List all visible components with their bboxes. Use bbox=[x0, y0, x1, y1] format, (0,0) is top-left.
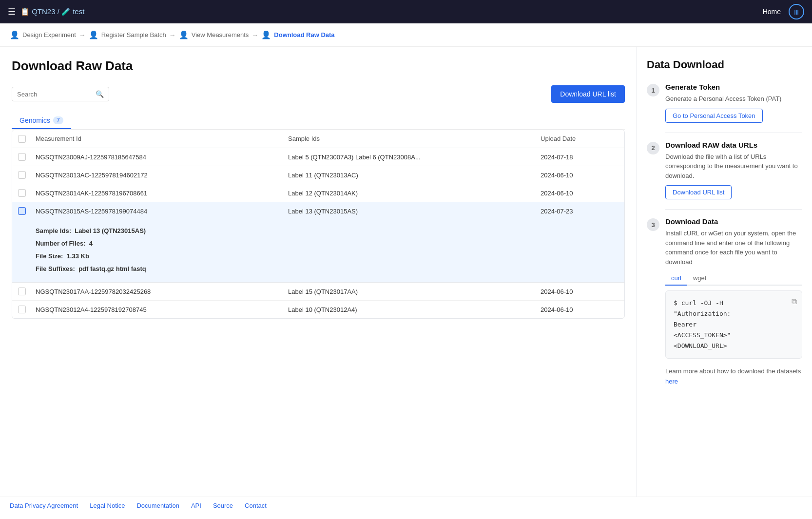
search-icon: 🔍 bbox=[96, 90, 104, 98]
hamburger-icon[interactable]: ☰ bbox=[8, 6, 16, 17]
main-container: Download Raw Data 🔍 Download URL list Ge… bbox=[0, 47, 812, 497]
search-box[interactable]: 🔍 bbox=[12, 87, 109, 101]
user-icon-4: 👤 bbox=[261, 30, 271, 39]
footer-link-api[interactable]: API bbox=[191, 502, 201, 509]
row4-measurement-id: NGSQTN23015AS-1225978199074484 bbox=[36, 208, 288, 215]
col-checkbox bbox=[18, 135, 36, 143]
download-url-list-button[interactable]: Download URL list bbox=[551, 85, 625, 103]
breadcrumb: 👤 Design Experiment → 👤 Register Sample … bbox=[0, 23, 812, 47]
select-all-checkbox[interactable] bbox=[18, 135, 26, 143]
row5-upload-date: 2024-06-10 bbox=[541, 288, 619, 295]
breadcrumb-design[interactable]: 👤 Design Experiment bbox=[10, 30, 76, 39]
detail-num-files-value: 4 bbox=[89, 240, 93, 247]
table-row[interactable]: NGSQTN23009AJ-1225978185647584 Label 5 (… bbox=[12, 148, 624, 166]
step2-number: 2 bbox=[647, 142, 659, 154]
row5-sample-ids: Label 15 (QTN23017AA) bbox=[288, 288, 541, 295]
step1-content: Generate Token Generate a Personal Acces… bbox=[665, 83, 802, 123]
row4-expanded-detail: Sample Ids: Label 13 (QTN23015AS) Number… bbox=[12, 220, 624, 283]
step3-content: Download Data Install cURL or wGet on yo… bbox=[665, 217, 802, 387]
topnav: ☰ 📋 QTN23 / 🧪 test Home ||| bbox=[0, 0, 812, 23]
breadcrumb-view[interactable]: 👤 View Measurements bbox=[179, 30, 249, 39]
table-header: Measurement Id Sample Ids Upload Date bbox=[12, 130, 624, 148]
learn-more-text: Learn more about how to download the dat… bbox=[665, 367, 801, 375]
row3-measurement-id: NGSQTN23014AK-1225978196708661 bbox=[36, 190, 288, 197]
breadcrumb-design-label: Design Experiment bbox=[22, 31, 76, 38]
breadcrumb-register[interactable]: 👤 Register Sample Batch bbox=[89, 30, 166, 39]
code-tab-wget[interactable]: wget bbox=[687, 271, 712, 286]
learn-more-link[interactable]: here bbox=[665, 378, 678, 385]
detail-file-suffixes-label: File Suffixes: bbox=[36, 265, 75, 272]
row6-measurement-id: NGSQTN23012A4-1225978192708745 bbox=[36, 306, 288, 313]
code-tabs: curl wget bbox=[665, 271, 802, 286]
table-row[interactable]: NGSQTN23013AC-1225978194602172 Label 11 … bbox=[12, 166, 624, 184]
download-url-list-button-2[interactable]: Download URL list bbox=[665, 185, 732, 199]
step3: 3 Download Data Install cURL or wGet on … bbox=[647, 217, 802, 387]
row5-checkbox[interactable] bbox=[18, 288, 36, 295]
footer-link-contact[interactable]: Contact bbox=[245, 502, 267, 509]
tab-genomics[interactable]: Genomics 7 bbox=[12, 113, 71, 129]
table-row-expanded[interactable]: NGSQTN23015AS-1225978199074484 Label 13 … bbox=[12, 202, 624, 220]
footer-link-privacy[interactable]: Data Privacy Agreement bbox=[10, 502, 78, 509]
user-icon: 👤 bbox=[10, 30, 19, 39]
detail-file-size-label: File Size: bbox=[36, 252, 63, 260]
step2: 2 Download RAW data URLs Download the fi… bbox=[647, 141, 802, 200]
step3-number: 3 bbox=[647, 218, 659, 231]
row1-upload-date: 2024-07-18 bbox=[541, 154, 619, 161]
go-to-pat-button[interactable]: Go to Personal Access Token bbox=[665, 109, 763, 123]
detail-num-files-label: Number of Files: bbox=[36, 240, 86, 247]
toolbar: 🔍 Download URL list bbox=[12, 85, 625, 103]
row4-checkbox[interactable] bbox=[18, 207, 36, 215]
breadcrumb-arrow-2: → bbox=[169, 31, 176, 39]
row2-checkbox[interactable] bbox=[18, 171, 36, 179]
table-row[interactable]: NGSQTN23017AA-12259782032425268 Label 15… bbox=[12, 283, 624, 301]
breadcrumb-download[interactable]: 👤 Download Raw Data bbox=[261, 30, 334, 39]
row4-sample-ids: Label 13 (QTN23015AS) bbox=[288, 208, 541, 215]
detail-sample-ids-label: Sample Ids: bbox=[36, 227, 71, 234]
copy-icon[interactable]: ⧉ bbox=[792, 296, 797, 309]
step2-content: Download RAW data URLs Download the file… bbox=[665, 141, 802, 200]
row6-checkbox[interactable] bbox=[18, 306, 36, 313]
code-block: ⧉ $ curl -OJ -H "Authorization: Bearer <… bbox=[665, 290, 802, 359]
user-avatar[interactable]: ||| bbox=[789, 4, 804, 19]
detail-sample-ids-value: Label 13 (QTN23015AS) bbox=[75, 227, 146, 234]
page-title: Download Raw Data bbox=[12, 58, 625, 74]
right-panel: Data Download 1 Generate Token Generate … bbox=[637, 47, 812, 497]
row4-upload-date: 2024-07-23 bbox=[541, 208, 619, 215]
step1-desc: Generate a Personal Access Token (PAT) bbox=[665, 94, 802, 104]
home-link[interactable]: Home bbox=[763, 8, 781, 16]
detail-file-suffixes-value: pdf fastq.gz html fastq bbox=[78, 265, 146, 272]
row3-sample-ids: Label 12 (QTN23014AK) bbox=[288, 190, 541, 197]
step2-divider bbox=[665, 209, 802, 210]
footer: Data Privacy Agreement Legal Notice Docu… bbox=[0, 497, 812, 514]
col-upload-date: Upload Date bbox=[541, 135, 619, 143]
left-panel: Download Raw Data 🔍 Download URL list Ge… bbox=[0, 47, 637, 497]
breadcrumb-arrow-3: → bbox=[251, 31, 258, 39]
row5-measurement-id: NGSQTN23017AA-12259782032425268 bbox=[36, 288, 288, 295]
breadcrumb-download-label: Download Raw Data bbox=[274, 31, 334, 38]
step1: 1 Generate Token Generate a Personal Acc… bbox=[647, 83, 802, 123]
step1-number: 1 bbox=[647, 84, 659, 96]
row1-checkbox[interactable] bbox=[18, 153, 36, 161]
detail-num-files: Number of Files: 4 bbox=[36, 237, 619, 250]
row2-sample-ids: Label 11 (QTN23013AC) bbox=[288, 172, 541, 179]
footer-link-legal[interactable]: Legal Notice bbox=[90, 502, 125, 509]
step2-desc: Download the file with a list of URLs co… bbox=[665, 152, 802, 181]
detail-file-size-value: 1.33 Kb bbox=[67, 252, 89, 260]
footer-link-docs[interactable]: Documentation bbox=[136, 502, 179, 509]
data-table: Measurement Id Sample Ids Upload Date NG… bbox=[12, 130, 625, 319]
user-icon-3: 👤 bbox=[179, 30, 189, 39]
step1-divider bbox=[665, 133, 802, 133]
row1-sample-ids: Label 5 (QTN23007A3) Label 6 (QTN23008A.… bbox=[288, 154, 541, 161]
step3-title: Download Data bbox=[665, 217, 802, 226]
code-tab-curl[interactable]: curl bbox=[665, 271, 687, 286]
row2-measurement-id: NGSQTN23013AC-1225978194602172 bbox=[36, 172, 288, 179]
footer-link-source[interactable]: Source bbox=[213, 502, 233, 509]
row3-checkbox[interactable] bbox=[18, 189, 36, 197]
app-title-project: 📋 QTN23 / 🧪 test bbox=[20, 7, 84, 16]
code-text: $ curl -OJ -H "Authorization: Bearer <AC… bbox=[674, 298, 794, 351]
table-row[interactable]: NGSQTN23012A4-1225978192708745 Label 10 … bbox=[12, 301, 624, 318]
col-sample-ids: Sample Ids bbox=[288, 135, 541, 143]
search-input[interactable] bbox=[17, 91, 92, 98]
row6-upload-date: 2024-06-10 bbox=[541, 306, 619, 313]
table-row[interactable]: NGSQTN23014AK-1225978196708661 Label 12 … bbox=[12, 184, 624, 202]
